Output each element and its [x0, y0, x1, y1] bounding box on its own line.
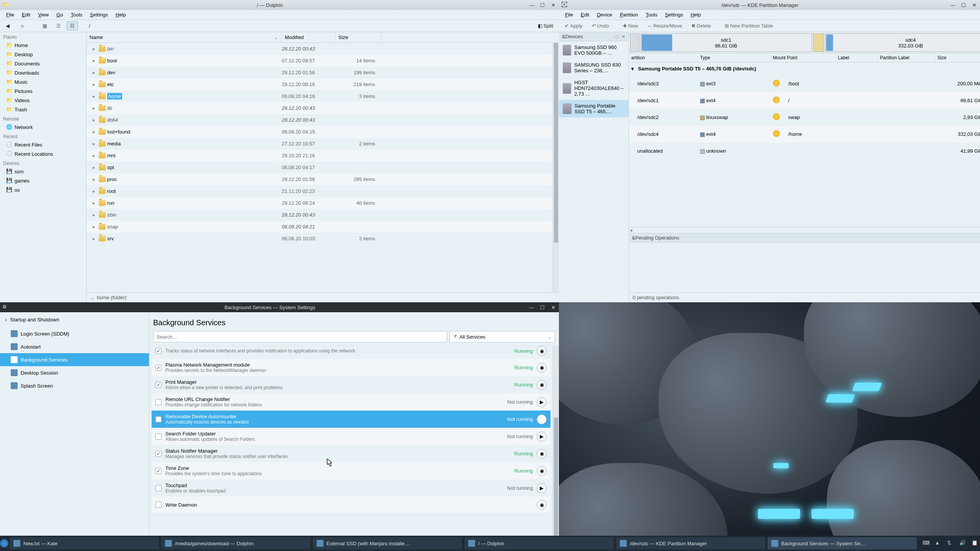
- resize-button[interactable]: ↔ Resize/Move: [644, 21, 686, 30]
- undo-button[interactable]: ↶ Undo: [588, 21, 612, 30]
- menu-help[interactable]: Help: [687, 11, 705, 19]
- service-checkbox[interactable]: [155, 451, 162, 457]
- menu-go[interactable]: Go: [52, 11, 67, 19]
- service-toggle-button[interactable]: ◉: [537, 500, 547, 510]
- service-row[interactable]: Time ZoneProvides the system's time zone…: [152, 462, 550, 479]
- sidebar-item-background-services[interactable]: Background Services: [0, 353, 149, 366]
- file-row[interactable]: ▸lib6428.12.20 00:43: [87, 114, 553, 126]
- service-row[interactable]: Plasma Network Management moduleProvides…: [152, 359, 550, 376]
- menu-help[interactable]: Help: [112, 11, 130, 19]
- partition-segment[interactable]: [630, 33, 639, 52]
- col-modified[interactable]: Modified: [282, 32, 335, 42]
- minimize-icon[interactable]: —: [949, 2, 956, 8]
- file-row[interactable]: ▸media27.12.20 10:572 items: [87, 138, 553, 150]
- expand-arrow-icon[interactable]: ▸: [93, 46, 97, 52]
- device-item[interactable]: Samsung SSD 960 EVO 500GB – …: [559, 41, 629, 59]
- partition-row[interactable]: /dev/sdc4ext4/home332,03 GiB3,02 GiB: [629, 126, 980, 143]
- ss-titlebar[interactable]: ⚙ Background Services — System Settings …: [0, 302, 559, 312]
- close-icon[interactable]: ✕: [550, 305, 557, 310]
- sidebar-item-autostart[interactable]: Autostart: [0, 340, 149, 353]
- taskbar-task[interactable]: /dev/sdc — KDE Partition Manager: [616, 537, 765, 549]
- service-toggle-button[interactable]: ◉: [537, 449, 547, 459]
- file-row[interactable]: ▸mnt29.10.20 21:16: [87, 150, 553, 161]
- place-games[interactable]: 💾games: [0, 176, 86, 185]
- partition-row[interactable]: /dev/sdc2linuxswapswap2,93 GiB276,50 MiB: [629, 109, 980, 126]
- place-trash[interactable]: 📁Trash: [0, 105, 86, 114]
- back-button[interactable]: ◀: [2, 21, 15, 31]
- partition-visualization[interactable]: sdc188,61 GiBsdc4332,03 GiB: [629, 32, 980, 54]
- taskbar-task[interactable]: /media/games/download — Dolphin: [161, 537, 310, 549]
- file-row[interactable]: ▸boot07.12.20 09:5714 items: [87, 55, 553, 67]
- menu-settings[interactable]: Settings: [661, 11, 687, 19]
- service-row[interactable]: Tracks status of network interfaces and …: [152, 346, 550, 359]
- expand-arrow-icon[interactable]: ▸: [93, 82, 97, 87]
- service-toggle-button[interactable]: ▶: [537, 397, 547, 407]
- file-row[interactable]: ▸proc29.12.20 01:56295 items: [87, 173, 553, 185]
- menu-partition[interactable]: Partition: [616, 11, 642, 19]
- taskbar-task[interactable]: External SSD (with Manjaro installe…: [313, 537, 462, 549]
- apply-button[interactable]: ✔ Apply: [561, 21, 586, 30]
- tray-notification-icon[interactable]: ▲: [935, 540, 942, 547]
- service-toggle-button[interactable]: ◉: [537, 380, 547, 390]
- breadcrumb[interactable]: /: [89, 23, 90, 29]
- col-name[interactable]: Name ⌄: [87, 32, 282, 42]
- file-row[interactable]: ▸root21.11.20 02:23: [87, 185, 553, 197]
- service-toggle-button[interactable]: ◉: [537, 346, 547, 356]
- maximize-icon[interactable]: ☐: [539, 2, 546, 8]
- service-checkbox[interactable]: [155, 348, 162, 354]
- kpm-titlebar[interactable]: 💽 /dev/sdc — KDE Partition Manager — ☐ ✕: [559, 0, 980, 10]
- minimize-icon[interactable]: —: [528, 2, 535, 8]
- service-checkbox[interactable]: [155, 468, 162, 474]
- ss-breadcrumb[interactable]: ‹ Startup and Shutdown: [0, 312, 149, 327]
- services-scrollbar[interactable]: [553, 346, 559, 551]
- device-item[interactable]: Samsung Portable SSD T5 – 465,…: [559, 100, 629, 117]
- service-toggle-button[interactable]: ▶: [537, 483, 547, 493]
- place-network[interactable]: 🌐Network: [0, 122, 86, 132]
- expand-arrow-icon[interactable]: ▸: [93, 176, 97, 182]
- partition-row[interactable]: /dev/sdc3ext3/boot200,00 MiB150,76 MiB: [629, 75, 980, 92]
- service-checkbox[interactable]: [155, 434, 162, 440]
- tray-clipboard-icon[interactable]: 📋: [972, 540, 978, 547]
- forward-button[interactable]: ▶: [18, 21, 31, 31]
- maximize-icon[interactable]: ☐: [960, 2, 967, 8]
- place-pictures[interactable]: 📁Pictures: [0, 86, 86, 96]
- panel-close-icon[interactable]: ✕: [621, 34, 626, 39]
- partition-segment[interactable]: sdc188,61 GiB: [640, 33, 812, 52]
- place-recent-files[interactable]: 🕓Recent Files: [0, 140, 86, 149]
- menu-tools[interactable]: Tools: [642, 11, 661, 19]
- expand-arrow-icon[interactable]: ▸: [93, 105, 97, 111]
- device-item[interactable]: SAMSUNG SSD 830 Series – 238,…: [559, 59, 629, 77]
- tray-volume-icon[interactable]: 🔊: [959, 540, 966, 547]
- partition-segment[interactable]: [813, 33, 824, 52]
- service-row[interactable]: Remote URL Change NotifierProvides chang…: [152, 393, 550, 411]
- file-row[interactable]: ▸sbin28.12.20 00:43: [87, 209, 553, 221]
- expand-arrow-icon[interactable]: ▸: [93, 93, 97, 99]
- back-arrow-icon[interactable]: ‹: [5, 317, 7, 323]
- file-scrollbar[interactable]: [553, 43, 559, 292]
- service-row[interactable]: Print ManagerInform when a new printer i…: [152, 376, 550, 393]
- place-os[interactable]: 💾os: [0, 185, 86, 194]
- tray-network-icon[interactable]: ⇅: [947, 540, 954, 547]
- sidebar-item-desktop-session[interactable]: Desktop Session: [0, 366, 149, 379]
- close-icon[interactable]: ✕: [971, 2, 978, 8]
- service-row[interactable]: Status Notifier ManagerManages services …: [152, 445, 550, 462]
- service-toggle-button[interactable]: ◉: [537, 466, 547, 476]
- taskbar-task[interactable]: New.txt — Kate: [10, 537, 159, 549]
- panel-float-icon[interactable]: ◇: [615, 34, 619, 39]
- sidebar-item-login-screen-sddm-[interactable]: Login Screen (SDDM): [0, 327, 149, 340]
- filter-dropdown[interactable]: ⧩ All Services ⌄: [449, 331, 555, 342]
- service-row[interactable]: Removable Device AutomounterAutomaticall…: [152, 411, 550, 428]
- partition-row[interactable]: unallocatedunknown41,99 GiB---: [629, 143, 980, 160]
- menu-edit[interactable]: Edit: [577, 11, 593, 19]
- expand-arrow-icon[interactable]: ▸: [93, 212, 97, 218]
- file-row[interactable]: ▸etc29.12.20 08:16219 items: [87, 78, 553, 90]
- new-button[interactable]: ✚ New: [619, 21, 642, 30]
- service-checkbox[interactable]: [155, 502, 162, 508]
- minimize-icon[interactable]: —: [528, 305, 535, 310]
- view-details-button[interactable]: ☷: [67, 21, 78, 30]
- file-row[interactable]: ▸srv06.06.20 10:032 items: [87, 233, 553, 245]
- service-checkbox[interactable]: [155, 365, 162, 371]
- menu-tools[interactable]: Tools: [67, 11, 86, 19]
- partition-h-scroll[interactable]: ◂ ▸: [629, 227, 980, 233]
- menu-edit[interactable]: Edit: [18, 11, 34, 19]
